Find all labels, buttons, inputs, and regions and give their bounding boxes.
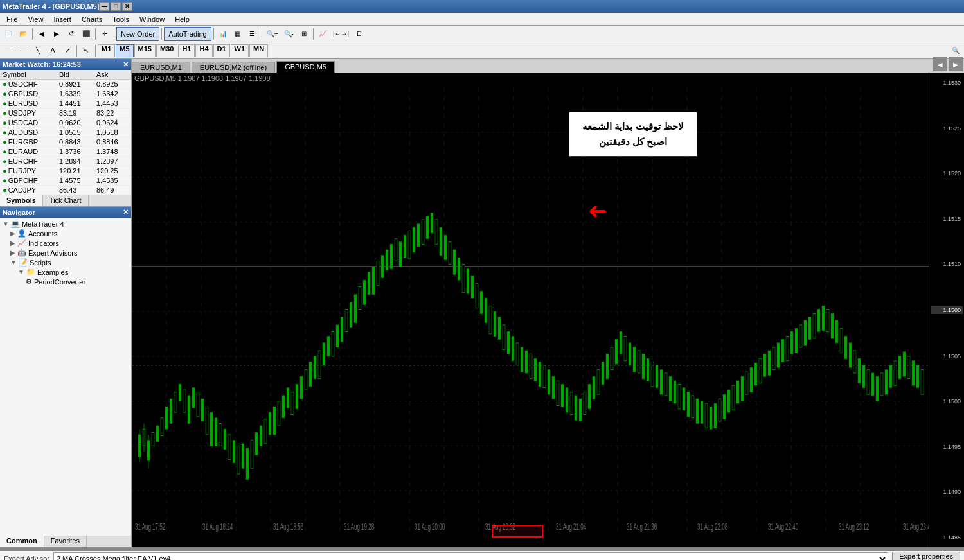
mw-bid: 0.8843 xyxy=(57,137,94,147)
svg-rect-120 xyxy=(521,347,523,372)
menu-charts[interactable]: Charts xyxy=(76,14,107,24)
market-watch-row[interactable]: ●EURAUD 1.3736 1.3748 xyxy=(0,147,131,157)
chart-tab-eurusd-m2[interactable]: EURUSD,M2 (offline) xyxy=(192,62,275,73)
market-watch-row[interactable]: ●CADJPY 86.43 86.49 xyxy=(0,186,131,195)
svg-rect-197 xyxy=(867,370,870,394)
svg-rect-90 xyxy=(386,250,388,270)
line-chart-btn[interactable]: 📊 xyxy=(216,27,230,41)
close-button[interactable]: ✕ xyxy=(122,2,132,11)
forward-button[interactable]: ▶ xyxy=(49,27,64,41)
period-m15[interactable]: M15 xyxy=(134,44,156,57)
period-h1[interactable]: H1 xyxy=(178,44,195,57)
market-watch-row[interactable]: ●GBPCHF 1.4575 1.4585 xyxy=(0,176,131,186)
chart-tab-eurusd-m1[interactable]: EURUSD,M1 xyxy=(132,62,190,73)
nav-accounts[interactable]: ▶ 👤 Accounts xyxy=(0,229,131,238)
zoom-out-btn[interactable]: 🔍- xyxy=(281,27,296,41)
candle-chart-btn[interactable]: ☰ xyxy=(245,27,260,41)
line-tool[interactable]: — xyxy=(1,44,15,58)
svg-rect-130 xyxy=(566,388,568,412)
menu-view[interactable]: View xyxy=(23,14,49,24)
period-d1[interactable]: D1 xyxy=(213,44,230,57)
svg-rect-79 xyxy=(336,325,339,347)
nav-scripts[interactable]: ▼ 📝 Scripts xyxy=(0,258,131,267)
hline-tool[interactable]: — xyxy=(16,44,30,58)
svg-rect-198 xyxy=(871,373,874,396)
arrow-tool[interactable]: ↗ xyxy=(60,44,75,58)
menu-help[interactable]: Help xyxy=(170,14,195,24)
tline-tool[interactable]: ╲ xyxy=(31,44,45,58)
period-mn[interactable]: MN xyxy=(249,44,268,57)
tab-symbols[interactable]: Symbols xyxy=(0,195,43,206)
svg-rect-209 xyxy=(921,370,924,394)
svg-rect-161 xyxy=(705,403,708,428)
market-watch-row[interactable]: ●USDCHF 0.8921 0.8925 xyxy=(0,80,131,89)
market-watch-row[interactable]: ●USDJPY 83.19 83.22 xyxy=(0,109,131,118)
svg-rect-106 xyxy=(458,258,460,280)
market-watch-row[interactable]: ●GBPUSD 1.6339 1.6342 xyxy=(0,89,131,99)
tab-favorites[interactable]: Favorites xyxy=(44,536,87,547)
svg-text:31 Aug 22:40: 31 Aug 22:40 xyxy=(768,522,798,532)
svg-rect-142 xyxy=(620,331,622,354)
cursor-tool[interactable]: ↖ xyxy=(79,44,93,58)
svg-rect-170 xyxy=(745,372,748,394)
bar-chart-btn[interactable]: ▦ xyxy=(231,27,245,41)
svg-rect-96 xyxy=(413,227,415,252)
period-w1[interactable]: W1 xyxy=(231,44,249,57)
menu-file[interactable]: File xyxy=(1,14,23,24)
tab-common[interactable]: Common xyxy=(0,536,44,547)
title-bar: MetaTrader 4 - [GBPUSD,M5] — □ ✕ xyxy=(0,0,964,13)
expand-indicators-icon: ▶ xyxy=(10,240,15,247)
nav-expert-advisors[interactable]: ▶ 🤖 Expert Advisors xyxy=(0,248,131,258)
period-h4[interactable]: H4 xyxy=(195,44,212,57)
menu-tools[interactable]: Tools xyxy=(107,14,134,24)
reload-button[interactable]: ↺ xyxy=(64,27,78,41)
ea-select[interactable]: 2 MA Crosses Mega filter EA V1.ex4 xyxy=(53,552,888,561)
new-button[interactable]: 📄 xyxy=(1,27,15,41)
tab-tick-chart[interactable]: Tick Chart xyxy=(43,195,89,206)
full-view-btn[interactable]: ⊞ xyxy=(297,27,311,41)
back-button[interactable]: ◀ xyxy=(35,27,49,41)
zoom-in-btn[interactable]: 🔍+ xyxy=(264,27,281,41)
svg-rect-151 xyxy=(660,370,663,394)
chart-tab-gbpusd-m5[interactable]: GBPUSD,M5 xyxy=(276,61,335,73)
chart-prev-icon[interactable]: ◀ xyxy=(933,57,947,71)
nav-indicators[interactable]: ▶ 📈 Indicators xyxy=(0,238,131,248)
svg-rect-42 xyxy=(170,399,172,423)
menu-insert[interactable]: Insert xyxy=(48,14,76,24)
auto-trading-button[interactable]: AutoTrading xyxy=(164,27,211,41)
svg-rect-185 xyxy=(813,313,816,338)
new-order-button[interactable]: New Order xyxy=(116,27,159,41)
period-m5[interactable]: M5 xyxy=(116,44,133,57)
svg-rect-112 xyxy=(485,298,487,322)
period-m1[interactable]: M1 xyxy=(98,44,115,57)
chart-next-icon[interactable]: ▶ xyxy=(949,57,963,71)
stop-button[interactable]: ⬛ xyxy=(79,27,93,41)
svg-rect-44 xyxy=(179,384,181,401)
crosshair-button[interactable]: ✛ xyxy=(98,27,112,41)
maximize-button[interactable]: □ xyxy=(111,2,121,11)
nav-examples[interactable]: ▼ 📁 Examples xyxy=(0,267,131,277)
market-watch-row[interactable]: ●EURGBP 0.8843 0.8846 xyxy=(0,137,131,147)
period-m30[interactable]: M30 xyxy=(156,44,177,57)
price-1510: 1.1510 xyxy=(931,261,963,267)
expand-scripts-icon: ▼ xyxy=(10,259,17,266)
ea-label: Expert Advisor xyxy=(4,555,49,561)
market-watch-row[interactable]: ●USDCAD 0.9620 0.9624 xyxy=(0,118,131,128)
market-watch-row[interactable]: ●EURJPY 120.21 120.25 xyxy=(0,166,131,176)
svg-rect-183 xyxy=(804,320,807,345)
menu-window[interactable]: Window xyxy=(134,14,170,24)
market-watch-row[interactable]: ●EURUSD 1.4451 1.4453 xyxy=(0,99,131,109)
svg-rect-186 xyxy=(817,310,820,332)
period-sep-btn[interactable]: |←→| xyxy=(330,27,352,41)
nav-period-converter[interactable]: ⚙ PeriodConverter xyxy=(0,277,131,286)
indicators-btn[interactable]: 📈 xyxy=(316,27,330,41)
nav-metatrader4[interactable]: ▼ 💻 MetaTrader 4 xyxy=(0,219,131,229)
open-button[interactable]: 📂 xyxy=(16,27,30,41)
minimize-button[interactable]: — xyxy=(99,2,109,11)
templates-btn[interactable]: 🗒 xyxy=(352,27,366,41)
market-watch-row[interactable]: ●EURCHF 1.2894 1.2897 xyxy=(0,157,131,166)
text-tool[interactable]: A xyxy=(46,44,60,58)
menu-bar: File View Insert Charts Tools Window Hel… xyxy=(0,13,964,26)
expert-properties-button[interactable]: Expert properties xyxy=(892,552,960,561)
market-watch-row[interactable]: ●AUDUSD 1.0515 1.0518 xyxy=(0,128,131,137)
